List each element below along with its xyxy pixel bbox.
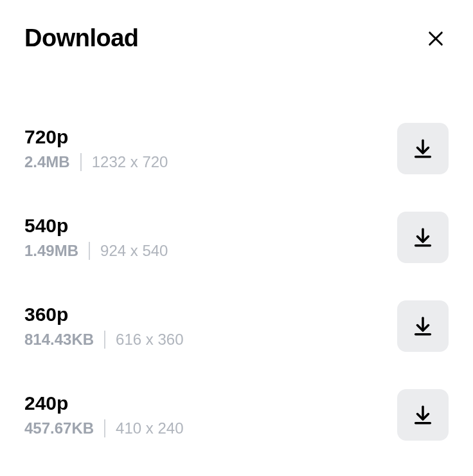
dimensions-label: 410 x 240 <box>105 419 183 437</box>
download-option-360p: 360p 814.43KB 616 x 360 <box>24 300 449 352</box>
resolution-label: 360p <box>24 304 184 325</box>
dimensions-label: 1232 x 720 <box>82 153 168 171</box>
download-option-720p: 720p 2.4MB 1232 x 720 <box>24 123 449 174</box>
download-button-360p[interactable] <box>397 300 449 352</box>
filesize-label: 2.4MB <box>24 153 80 171</box>
download-option-540p: 540p 1.49MB 924 x 540 <box>24 212 449 263</box>
download-button-540p[interactable] <box>397 212 449 263</box>
resolution-label: 240p <box>24 392 184 414</box>
download-button-240p[interactable] <box>397 389 449 441</box>
option-text: 240p 457.67KB 410 x 240 <box>24 392 184 437</box>
option-meta: 1.49MB 924 x 540 <box>24 242 168 260</box>
download-option-240p: 240p 457.67KB 410 x 240 <box>24 389 449 441</box>
close-button[interactable] <box>423 26 449 51</box>
option-text: 360p 814.43KB 616 x 360 <box>24 304 184 349</box>
filesize-label: 814.43KB <box>24 331 104 349</box>
download-button-720p[interactable] <box>397 123 449 174</box>
option-meta: 457.67KB 410 x 240 <box>24 419 184 437</box>
close-icon <box>427 30 445 48</box>
download-icon <box>412 226 434 248</box>
resolution-label: 720p <box>24 126 168 148</box>
filesize-label: 1.49MB <box>24 242 89 260</box>
dialog-header: Download <box>24 24 449 52</box>
resolution-label: 540p <box>24 215 168 237</box>
option-text: 720p 2.4MB 1232 x 720 <box>24 126 168 171</box>
download-icon <box>412 138 434 160</box>
download-icon <box>412 315 434 337</box>
option-meta: 814.43KB 616 x 360 <box>24 331 184 349</box>
dimensions-label: 616 x 360 <box>105 331 183 349</box>
dialog-title: Download <box>24 24 139 52</box>
download-icon <box>412 404 434 426</box>
filesize-label: 457.67KB <box>24 419 104 437</box>
option-meta: 2.4MB 1232 x 720 <box>24 153 168 171</box>
dimensions-label: 924 x 540 <box>90 242 168 260</box>
download-options-list: 720p 2.4MB 1232 x 720 540p 1.49MB 924 x … <box>24 123 449 441</box>
option-text: 540p 1.49MB 924 x 540 <box>24 215 168 260</box>
